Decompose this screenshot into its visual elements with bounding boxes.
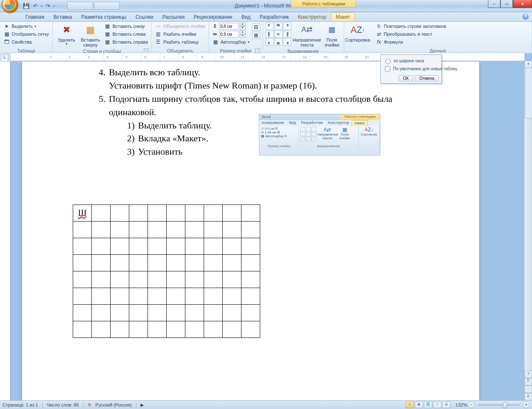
tab-mailings[interactable]: Рассылки xyxy=(158,13,189,21)
tab-view[interactable]: Вид xyxy=(237,13,255,21)
view-draft[interactable]: ▤ xyxy=(442,402,451,408)
tab-selector-icon[interactable]: L xyxy=(1,54,8,62)
sort-button[interactable]: AZ↓ Сортировка xyxy=(347,22,369,43)
document-table[interactable]: Ш xyxy=(73,204,260,338)
properties-button[interactable]: 🗔Свойства xyxy=(2,38,50,46)
repeat-header-button[interactable]: ⎘Повторить строки заголовков xyxy=(375,22,447,30)
help-icon[interactable]: ? xyxy=(522,13,529,20)
tab-pagelayout[interactable]: Разметка страницы xyxy=(76,13,131,21)
spin-up-icon[interactable]: ▴ xyxy=(240,30,246,34)
qat-customize-icon[interactable]: ▾ xyxy=(53,2,55,10)
browse-object-icon[interactable]: ○ xyxy=(525,386,532,393)
maximize-button[interactable]: ▭ xyxy=(500,0,513,8)
status-bar: Страница: 1 из 1 Число слов: 86 ✎̸ Русск… xyxy=(0,400,532,409)
save-icon[interactable]: 💾 xyxy=(22,2,30,10)
minimize-button[interactable]: ─ xyxy=(488,0,500,8)
scroll-up-icon[interactable]: ▴ xyxy=(525,61,532,68)
thumb[interactable] xyxy=(67,2,93,10)
tab-references[interactable]: Ссылки xyxy=(131,13,158,21)
align-br[interactable]: ▗ xyxy=(283,38,291,46)
table-cell[interactable]: Ш xyxy=(73,205,92,222)
close-button[interactable]: ✕ xyxy=(513,0,532,8)
zoom-percent[interactable]: 132% xyxy=(456,402,467,407)
embed-autofit: Автоподбор xyxy=(265,134,283,138)
status-page[interactable]: Страница: 1 из 1 xyxy=(2,402,38,407)
select-button[interactable]: ➤Выделить ▾ xyxy=(2,22,50,30)
align-mr[interactable]: ▐ xyxy=(283,30,291,38)
distribute-cols-icon[interactable]: ⊞ xyxy=(252,32,260,39)
next-page-icon[interactable]: ⇊ xyxy=(525,393,532,401)
horizontal-ruler[interactable]: 1 2 3 4 5 6 7 8 9 10 11 12 13 14 15 16 1… xyxy=(10,53,525,61)
tab-layout[interactable]: Макет xyxy=(331,12,355,21)
spin-up-icon[interactable]: ▴ xyxy=(240,22,246,26)
scroll-thumb[interactable] xyxy=(525,68,532,118)
dialog-launcher-icon[interactable]: ↘ xyxy=(255,48,260,53)
autofit-button[interactable]: ▦Автоподбор ▾ xyxy=(212,38,250,46)
redo-icon[interactable]: ↷ xyxy=(44,2,52,10)
spin-down-icon[interactable]: ▾ xyxy=(240,34,246,38)
gridlines-button[interactable]: ▦Отобразить сетку xyxy=(2,30,50,38)
view-web[interactable]: 🌐 xyxy=(424,402,432,408)
tab-developer[interactable]: Разработчик xyxy=(255,13,293,21)
prev-page-icon[interactable]: ⇈ xyxy=(525,378,532,386)
tab-review[interactable]: Рецензирование xyxy=(189,13,237,21)
chevron-down-icon: ▾ xyxy=(34,25,36,28)
zoom-out-button[interactable]: − xyxy=(468,402,475,408)
status-words[interactable]: Число слов: 86 xyxy=(47,402,79,407)
insert-above-button[interactable]: ▦ Вставить сверху xyxy=(79,22,102,48)
vertical-scrollbar[interactable]: ▴ ▾ ⇈ ○ ⇊ xyxy=(524,61,532,401)
convert-text-button[interactable]: ⇄Преобразовать в текст xyxy=(375,30,447,38)
thumb[interactable] xyxy=(94,2,120,10)
view-fullscreen[interactable]: ▣ xyxy=(415,402,423,408)
vertical-ruler[interactable] xyxy=(0,53,10,401)
zoom-slider[interactable] xyxy=(478,404,520,406)
option-window-width[interactable]: по ширине окна xyxy=(383,57,439,64)
insert-below-button[interactable]: ▦Вставить снизу xyxy=(103,22,149,30)
spellcheck-icon[interactable]: ✎̸ xyxy=(88,402,91,408)
radio-icon[interactable] xyxy=(385,59,391,64)
text-direction-button[interactable]: A⇄ Направление текста xyxy=(293,22,321,48)
undo-icon[interactable]: ↶ xyxy=(32,2,39,10)
tab-home[interactable]: Главная xyxy=(21,13,49,21)
option-default-new[interactable]: По умолчанию для новых таблиц xyxy=(383,65,439,73)
distribute-rows-icon[interactable]: ⊟ xyxy=(252,23,260,31)
tab-design[interactable]: Конструктор xyxy=(293,13,331,21)
tab-insert[interactable]: Вставка xyxy=(49,13,77,21)
gridlines-label: Отобразить сетку xyxy=(12,32,49,37)
status-language[interactable]: Русский (Россия) xyxy=(96,402,132,407)
scroll-down-icon[interactable]: ▾ xyxy=(525,371,532,378)
checkbox-icon[interactable] xyxy=(385,66,390,71)
spin-down-icon[interactable]: ▾ xyxy=(240,26,246,30)
formula-button[interactable]: fxФормула xyxy=(375,38,447,46)
office-button[interactable] xyxy=(2,0,18,13)
align-bc[interactable]: ▄ xyxy=(274,38,283,46)
page[interactable]: 4.Выделить всю таблицу. Установить шрифт… xyxy=(22,62,479,401)
ruler-num: 9 xyxy=(201,55,203,59)
align-tc[interactable]: ▀ xyxy=(274,22,283,30)
ok-button[interactable]: ОК xyxy=(399,75,414,81)
row-height-input[interactable] xyxy=(219,23,239,30)
cancel-button[interactable]: Отмена xyxy=(415,75,439,81)
document-area: 1 2 3 4 5 6 7 8 9 10 11 12 13 14 15 16 1… xyxy=(0,53,532,401)
align-bl[interactable]: ▖ xyxy=(266,38,274,46)
insert-right-label: Вставить справа xyxy=(113,39,148,44)
align-tr[interactable]: ▝ xyxy=(283,22,291,30)
align-mc[interactable]: ■ xyxy=(274,30,283,38)
split-cells-button[interactable]: ▥Разбить ячейки xyxy=(154,30,206,38)
align-tl[interactable]: ▘ xyxy=(266,22,274,30)
col-width-field: ⇔ ▴▾ xyxy=(212,30,250,38)
col-width-input[interactable] xyxy=(219,31,239,37)
insert-left-button[interactable]: ▦Вставить слева xyxy=(103,30,149,38)
undo-dropdown-icon[interactable]: ▾ xyxy=(41,2,42,10)
view-print-layout[interactable]: ▭ xyxy=(406,402,414,408)
delete-button[interactable]: ✖ Удалить ▾ xyxy=(55,22,78,47)
cell-margins-button[interactable]: ▦ Поля ячейки xyxy=(323,22,341,48)
view-outline[interactable]: ≡ xyxy=(433,402,441,408)
split-table-button[interactable]: ☰Разбить таблицу xyxy=(154,38,206,46)
zoom-in-button[interactable]: + xyxy=(523,402,530,408)
embed-tab: Разработчик xyxy=(298,120,325,126)
text-line: Установить xyxy=(138,146,182,157)
align-ml[interactable]: ▌ xyxy=(266,30,274,38)
macro-icon[interactable]: ▶ xyxy=(140,402,144,408)
insert-right-button[interactable]: ▦Вставить справа xyxy=(103,38,149,46)
